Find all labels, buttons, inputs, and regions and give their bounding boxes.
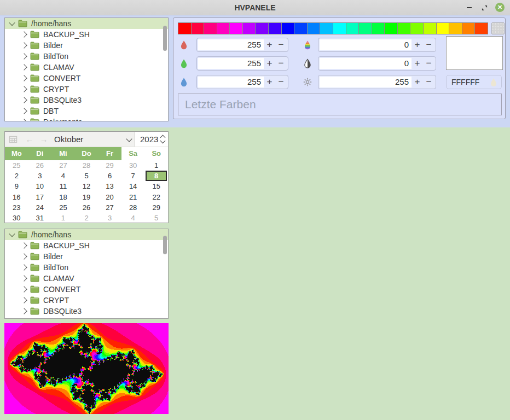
year-spinner[interactable]: 2023 bbox=[135, 132, 168, 147]
calendar-day[interactable]: 5 bbox=[75, 171, 98, 181]
brightness-increment-button[interactable]: + bbox=[412, 77, 423, 88]
calendar-day[interactable]: 19 bbox=[75, 191, 98, 202]
calendar-day[interactable]: 11 bbox=[51, 181, 75, 191]
color-swatch[interactable] bbox=[320, 22, 333, 34]
calendar-day[interactable]: 16 bbox=[5, 191, 28, 202]
calendar-day[interactable]: 27 bbox=[98, 202, 121, 213]
next-month-button[interactable]: → bbox=[39, 133, 49, 145]
calendar-day[interactable]: 4 bbox=[51, 171, 75, 181]
restore-button[interactable] bbox=[479, 3, 489, 13]
tree-item[interactable]: DBSQLite3 bbox=[5, 95, 168, 106]
calendar-day[interactable]: 29 bbox=[144, 202, 168, 213]
color-swatch[interactable] bbox=[229, 22, 243, 34]
saturation-decrement-button[interactable]: − bbox=[423, 58, 434, 69]
calendar-day[interactable]: 2 bbox=[75, 213, 98, 223]
brightness-value-input[interactable]: 255 bbox=[320, 77, 412, 88]
tree-item[interactable]: DBSQLite3 bbox=[5, 306, 168, 317]
calendar-day[interactable]: 26 bbox=[28, 160, 52, 171]
blue-increment-button[interactable]: + bbox=[264, 77, 275, 88]
color-swatch[interactable] bbox=[178, 22, 192, 34]
calendar-day[interactable]: 23 bbox=[5, 202, 28, 213]
hue-increment-button[interactable]: + bbox=[412, 39, 423, 50]
tree-item[interactable]: CONVERT bbox=[5, 284, 168, 295]
year-spin-buttons[interactable] bbox=[160, 135, 165, 144]
calendar-day[interactable]: 3 bbox=[28, 171, 52, 181]
tree-scrollbar[interactable] bbox=[163, 236, 167, 254]
color-swatch[interactable] bbox=[384, 22, 398, 34]
calendar-day[interactable]: 7 bbox=[121, 171, 145, 181]
tree-item[interactable]: BildTon bbox=[5, 51, 168, 62]
close-button[interactable]: ✕ bbox=[495, 3, 505, 12]
saturation-value-input[interactable]: 0 bbox=[320, 58, 412, 69]
calendar-day[interactable]: 1 bbox=[51, 213, 75, 223]
color-swatch[interactable] bbox=[397, 22, 411, 34]
tree-item[interactable]: CLAMAV bbox=[5, 273, 168, 284]
calendar-day[interactable]: 25 bbox=[5, 160, 28, 171]
titlebar[interactable]: HVPANELE ✕ bbox=[0, 0, 510, 15]
blue-decrement-button[interactable]: − bbox=[275, 77, 287, 88]
calendar-day[interactable]: 29 bbox=[98, 160, 121, 171]
color-swatch[interactable] bbox=[333, 22, 346, 34]
calendar-day[interactable]: 9 bbox=[5, 181, 28, 191]
hue-value-input[interactable]: 0 bbox=[320, 39, 412, 50]
minimize-button[interactable] bbox=[464, 3, 474, 13]
calendar-day[interactable]: 20 bbox=[98, 191, 121, 202]
calendar-day[interactable]: 3 bbox=[98, 213, 121, 223]
calendar-day[interactable]: 15 bbox=[144, 181, 168, 191]
calendar-grid-icon[interactable] bbox=[9, 135, 18, 144]
calendar-day[interactable]: 25 bbox=[51, 202, 75, 213]
color-swatch[interactable] bbox=[474, 22, 488, 34]
color-swatch[interactable] bbox=[372, 22, 385, 34]
calendar-day[interactable]: 17 bbox=[28, 191, 52, 202]
green-decrement-button[interactable]: − bbox=[275, 58, 287, 69]
calendar-day[interactable]: 28 bbox=[75, 160, 98, 171]
tree-root-item[interactable]: /home/hans bbox=[5, 229, 168, 240]
tree-item[interactable]: CRYPT bbox=[5, 84, 168, 95]
color-swatch[interactable] bbox=[294, 22, 308, 34]
color-swatch[interactable] bbox=[346, 22, 360, 34]
calendar-day[interactable]: 26 bbox=[75, 202, 98, 213]
tree-item[interactable]: Bilder bbox=[5, 251, 168, 262]
calendar-day[interactable]: 1 bbox=[144, 160, 168, 171]
calendar-day[interactable]: 5 bbox=[144, 213, 168, 223]
calendar-day[interactable]: 24 bbox=[28, 202, 52, 213]
hue-decrement-button[interactable]: − bbox=[423, 39, 434, 50]
color-swatch[interactable] bbox=[423, 22, 437, 34]
tree-item[interactable]: BildTon bbox=[5, 262, 168, 273]
tree-item[interactable]: CRYPT bbox=[5, 295, 168, 306]
calendar-day[interactable]: 6 bbox=[98, 171, 121, 181]
calendar-day[interactable]: 2 bbox=[5, 171, 28, 181]
color-swatch[interactable] bbox=[449, 22, 462, 34]
tree-item[interactable]: Dokumente bbox=[5, 116, 168, 121]
color-swatch[interactable] bbox=[204, 22, 217, 34]
custom-color-button[interactable] bbox=[491, 22, 505, 34]
color-swatch[interactable] bbox=[358, 22, 372, 34]
color-swatch[interactable] bbox=[191, 22, 205, 34]
tree-item[interactable]: DBT bbox=[5, 106, 168, 116]
brightness-decrement-button[interactable]: − bbox=[423, 77, 434, 88]
color-swatch[interactable] bbox=[281, 22, 295, 34]
calendar-day[interactable]: 12 bbox=[75, 181, 98, 191]
color-swatch[interactable] bbox=[462, 22, 476, 34]
calendar-day[interactable]: 31 bbox=[28, 213, 52, 223]
hex-color-field[interactable]: FFFFFF bbox=[446, 75, 502, 89]
calendar-day[interactable]: 21 bbox=[121, 191, 145, 202]
tree-item[interactable]: BACKUP_SH bbox=[5, 29, 168, 40]
tree-item[interactable]: BACKUP_SH bbox=[5, 240, 168, 251]
color-swatch[interactable] bbox=[268, 22, 282, 34]
color-swatch[interactable] bbox=[217, 22, 230, 34]
calendar-day-selected[interactable]: 8 bbox=[146, 171, 167, 181]
month-select[interactable]: Oktober bbox=[51, 132, 136, 147]
red-value-input[interactable]: 255 bbox=[198, 39, 264, 50]
tree-item[interactable]: DBT bbox=[5, 317, 168, 319]
calendar-day[interactable]: 14 bbox=[121, 181, 145, 191]
tree-item[interactable]: CLAMAV bbox=[5, 62, 168, 73]
red-increment-button[interactable]: + bbox=[264, 39, 275, 50]
blue-value-input[interactable]: 255 bbox=[198, 77, 264, 88]
color-swatch[interactable] bbox=[255, 22, 269, 34]
tree-root-item[interactable]: /home/hans bbox=[5, 18, 168, 29]
tree-scrollbar[interactable] bbox=[163, 26, 167, 51]
previous-month-button[interactable]: ← bbox=[25, 133, 34, 145]
calendar-day[interactable]: 30 bbox=[121, 160, 145, 171]
color-swatch[interactable] bbox=[242, 22, 256, 34]
